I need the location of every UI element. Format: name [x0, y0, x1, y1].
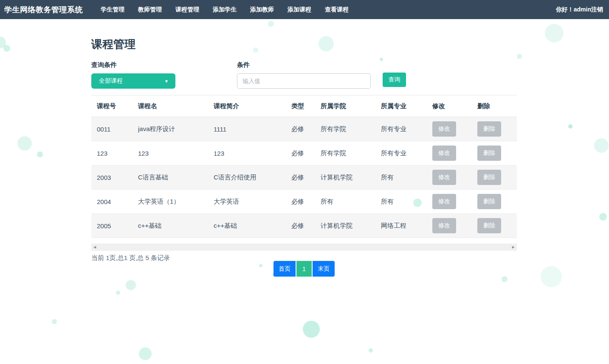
cell-major: 所有专业: [375, 117, 427, 141]
col-course-type: 类型: [286, 95, 315, 117]
course-table-body: 0011java程序设计1111必修所有学院所有专业修改删除123123123必…: [91, 117, 517, 238]
nav-item-student-management[interactable]: 学生管理: [94, 0, 131, 19]
bubble-decoration: [594, 138, 609, 153]
bubble-decoration: [126, 280, 136, 290]
top-navbar: 学生网络教务管理系统 学生管理 教师管理 课程管理 添加学生 添加教师 添加课程…: [0, 0, 609, 19]
bubble-decoration: [545, 24, 564, 42]
search-button[interactable]: 查询: [383, 73, 406, 87]
cell-id: 2004: [91, 190, 133, 214]
page-title: 课程管理: [91, 37, 517, 52]
cell-delete-button: 删除: [472, 117, 517, 141]
nav-item-add-student[interactable]: 添加学生: [206, 0, 243, 19]
bubble-decoration: [303, 321, 320, 338]
bubble-decoration: [502, 276, 508, 282]
first-page-button[interactable]: 首页: [273, 261, 296, 277]
nav-item-view-course[interactable]: 查看课程: [318, 0, 355, 19]
col-college: 所属学院: [315, 95, 375, 117]
table-row: 2004大学英语（1）大学英语必修所有所有修改删除: [91, 190, 517, 214]
bubble-decoration: [568, 124, 572, 129]
page-number-button[interactable]: 1: [296, 261, 312, 277]
bubble-decoration: [0, 36, 6, 48]
cell-name: 123: [133, 141, 208, 165]
cell-major: 所有专业: [375, 141, 427, 165]
cell-major: 所有: [375, 190, 427, 214]
horizontal-scrollbar[interactable]: ◀ ▶: [91, 244, 517, 251]
chevron-down-icon: ▼: [164, 79, 169, 84]
col-course-name: 课程名: [133, 95, 208, 117]
cell-intro: 123: [208, 141, 286, 165]
cell-college: 所有学院: [315, 117, 375, 141]
course-type-select[interactable]: 全部课程 ▼: [91, 73, 175, 89]
nav-item-add-teacher[interactable]: 添加教师: [243, 0, 281, 19]
table-header-row: 课程号 课程名 课程简介 类型 所属学院 所属专业 修改 删除: [91, 95, 517, 117]
condition-input[interactable]: [237, 73, 371, 89]
scroll-right-icon[interactable]: ▶: [512, 245, 515, 249]
bubble-decoration: [139, 347, 152, 360]
bubble-decoration: [541, 266, 562, 287]
cell-type: 必修: [286, 141, 315, 165]
delete-button[interactable]: 删除: [477, 146, 501, 161]
bubble-decoration: [52, 319, 57, 324]
cell-major: 所有: [375, 165, 427, 190]
cell-name: 大学英语（1）: [133, 190, 208, 214]
bubble-decoration: [517, 54, 522, 59]
bubble-decoration: [599, 213, 607, 221]
cell-id: 2005: [91, 214, 133, 238]
cell-type: 必修: [286, 214, 315, 238]
cell-type: 必修: [286, 190, 315, 214]
table-row: 123123123必修所有学院所有专业修改删除: [91, 141, 517, 165]
cell-name: java程序设计: [133, 117, 208, 141]
last-page-button[interactable]: 末页: [313, 261, 335, 277]
nav-item-course-management[interactable]: 课程管理: [169, 0, 206, 19]
edit-button[interactable]: 修改: [432, 170, 456, 185]
delete-button[interactable]: 删除: [477, 170, 501, 185]
condition-label: 条件: [237, 61, 371, 69]
cell-edit-button: 修改: [427, 141, 472, 165]
nav-item-add-course[interactable]: 添加课程: [281, 0, 318, 19]
cell-college: 计算机学院: [315, 214, 375, 238]
delete-button[interactable]: 删除: [477, 194, 501, 209]
cell-major: 网络工程: [375, 214, 427, 238]
cell-name: c++基础: [133, 214, 208, 238]
col-delete: 删除: [472, 95, 517, 117]
table-row: 2005c++基础c++基础必修计算机学院网络工程修改删除: [91, 214, 517, 238]
col-edit: 修改: [427, 95, 472, 117]
edit-button[interactable]: 修改: [432, 146, 456, 161]
nav-item-teacher-management[interactable]: 教师管理: [131, 0, 169, 19]
cell-intro: 大学英语: [208, 190, 286, 214]
cell-id: 2003: [91, 165, 133, 190]
delete-button[interactable]: 删除: [477, 121, 501, 137]
cell-intro: c++基础: [208, 214, 286, 238]
cell-college: 所有: [315, 190, 375, 214]
nav-menu: 学生管理 教师管理 课程管理 添加学生 添加教师 添加课程 查看课程: [94, 0, 355, 19]
filter-bar: 查询条件 全部课程 ▼ 条件 查询: [91, 61, 517, 95]
cell-intro: 1111: [208, 117, 286, 141]
delete-button[interactable]: 删除: [477, 218, 501, 233]
pagination: 首页 1 末页: [91, 261, 517, 277]
col-major: 所属专业: [375, 95, 427, 117]
cell-id: 0011: [91, 117, 133, 141]
col-course-id: 课程号: [91, 95, 133, 117]
edit-button[interactable]: 修改: [432, 194, 456, 209]
table-row: 2003C语言基础C语言介绍使用必修计算机学院所有修改删除: [91, 165, 517, 190]
logout-link[interactable]: 注销: [591, 6, 603, 13]
app-title[interactable]: 学生网络教务管理系统: [4, 5, 83, 15]
bubble-decoration: [37, 151, 43, 157]
bubble-decoration: [116, 291, 120, 295]
edit-button[interactable]: 修改: [432, 121, 456, 137]
select-value: 全部课程: [99, 77, 123, 85]
cell-college: 计算机学院: [315, 165, 375, 190]
cell-delete-button: 删除: [472, 165, 517, 190]
bubble-decoration: [369, 348, 373, 353]
cell-intro: C语言介绍使用: [208, 165, 286, 190]
edit-button[interactable]: 修改: [432, 218, 456, 233]
cell-type: 必修: [286, 165, 315, 190]
query-condition-label: 查询条件: [91, 61, 175, 69]
cell-edit-button: 修改: [427, 165, 472, 190]
scroll-left-icon[interactable]: ◀: [93, 245, 96, 249]
cell-delete-button: 删除: [472, 214, 517, 238]
col-course-intro: 课程简介: [208, 95, 286, 117]
user-area: 你好！admin注销: [556, 6, 603, 14]
cell-edit-button: 修改: [427, 117, 472, 141]
cell-edit-button: 修改: [427, 214, 472, 238]
